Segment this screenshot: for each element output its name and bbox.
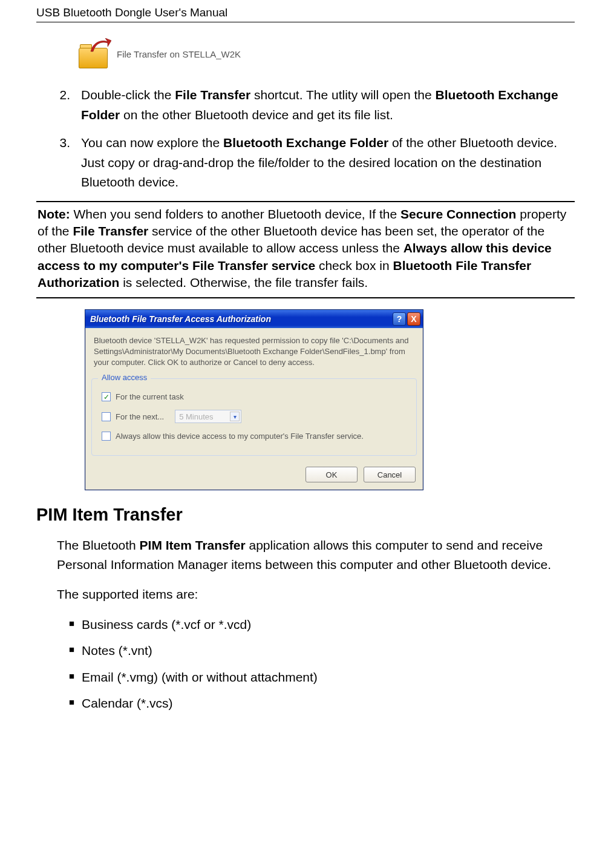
authorization-dialog: Bluetooth File Transfer Access Authoriza…	[85, 309, 423, 490]
checkbox-always-allow-label: Always allow this device access to my co…	[116, 432, 364, 441]
list-item: Notes (*.vnt)	[69, 641, 575, 660]
checkbox-current-task-row: ✓ For the current task	[102, 392, 408, 401]
close-button[interactable]: X	[407, 312, 420, 326]
file-transfer-icon	[79, 39, 112, 68]
allow-access-group: Allow access ✓ For the current task For …	[91, 378, 417, 456]
pim-description: The Bluetooth PIM Item Transfer applicat…	[57, 536, 575, 574]
note-box: Note: When you send folders to another B…	[36, 201, 575, 299]
chevron-down-icon: ▾	[230, 412, 240, 421]
arrow-icon	[90, 38, 111, 54]
duration-combo[interactable]: 5 Minutes ▾	[175, 410, 241, 423]
step-2: 2. Double-click the File Transfer shortc…	[57, 85, 575, 125]
dialog-title: Bluetooth File Transfer Access Authoriza…	[90, 314, 391, 324]
steps-list: 2. Double-click the File Transfer shortc…	[57, 85, 575, 192]
step-body: You can now explore the Bluetooth Exchan…	[81, 133, 575, 192]
step-body: Double-click the File Transfer shortcut.…	[81, 85, 575, 125]
help-button[interactable]: ?	[393, 312, 406, 326]
checkbox-current-task-label: For the current task	[116, 392, 184, 401]
cancel-button[interactable]: Cancel	[364, 467, 416, 482]
dialog-titlebar: Bluetooth File Transfer Access Authoriza…	[85, 310, 423, 328]
note-label: Note:	[38, 207, 70, 221]
step-3: 3. You can now explore the Bluetooth Exc…	[57, 133, 575, 192]
dialog-screenshot: Bluetooth File Transfer Access Authoriza…	[85, 309, 575, 490]
section-heading-pim: PIM Item Transfer	[36, 505, 575, 525]
group-legend: Allow access	[98, 373, 151, 382]
dialog-message: Bluetooth device 'STELLA_W2K' has reques…	[85, 328, 423, 367]
checkbox-current-task[interactable]: ✓	[102, 392, 111, 401]
checkbox-for-next-row: For the next... 5 Minutes ▾	[102, 410, 408, 423]
supported-items-list: Business cards (*.vcf or *.vcd) Notes (*…	[69, 615, 575, 713]
list-item: Email (*.vmg) (with or without attachmen…	[69, 668, 575, 687]
checkbox-for-next[interactable]	[102, 412, 111, 421]
checkbox-always-allow[interactable]	[102, 432, 111, 441]
supported-items-line: The supported items are:	[57, 585, 575, 604]
list-item: Calendar (*.vcs)	[69, 694, 575, 713]
shortcut-label: File Transfer on STELLA_W2K	[117, 49, 241, 59]
list-item: Business cards (*.vcf or *.vcd)	[69, 615, 575, 634]
duration-value: 5 Minutes	[179, 412, 213, 421]
step-number: 2.	[57, 85, 70, 125]
step-number: 3.	[57, 133, 70, 192]
dialog-buttons: OK Cancel	[85, 462, 423, 490]
document-header: USB Bluetooth Dongle User's Manual	[36, 6, 575, 22]
checkbox-always-allow-row: Always allow this device access to my co…	[102, 432, 408, 441]
ok-button[interactable]: OK	[306, 467, 358, 482]
shortcut-figure: File Transfer on STELLA_W2K	[79, 39, 575, 68]
checkbox-for-next-label: For the next...	[116, 412, 164, 421]
